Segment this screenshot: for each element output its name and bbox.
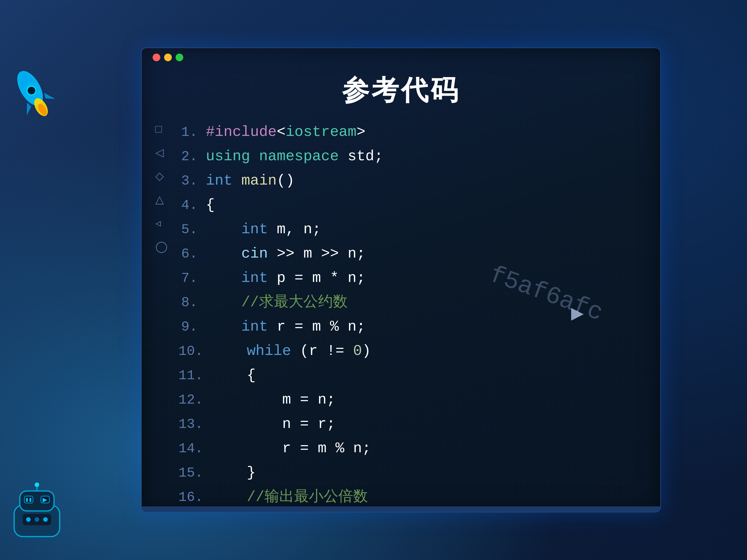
- line-number-7: 7.: [179, 266, 206, 290]
- code-line-5: 5. int m, n;: [179, 217, 647, 242]
- traffic-lights: [153, 54, 183, 61]
- mouse-cursor: ▶: [571, 303, 584, 322]
- code-text-4: {: [206, 193, 215, 217]
- nav-icon[interactable]: ◇: [155, 169, 168, 182]
- minimize-button[interactable]: [164, 54, 172, 61]
- extensions-icon[interactable]: △: [155, 193, 168, 206]
- line-number-15: 15.: [179, 461, 211, 485]
- code-line-4: 4. {: [179, 193, 647, 217]
- main-window: 参考代码 □ ◁ ◇ △ ◃ ◯ 1. #include<iostream> 2…: [141, 48, 661, 512]
- code-text-7: int p = m * n;: [206, 266, 365, 290]
- code-text-9: int r = m % n;: [206, 315, 365, 339]
- code-text-2: using namespace std;: [206, 144, 383, 168]
- svg-point-16: [43, 517, 48, 522]
- code-line-13: 13. n = r;: [179, 412, 647, 436]
- line-number-11: 11.: [179, 364, 211, 388]
- maximize-button[interactable]: [176, 54, 183, 61]
- code-line-15: 15. }: [179, 461, 647, 485]
- line-number-14: 14.: [179, 437, 211, 461]
- code-line-12: 12. m = n;: [179, 388, 647, 412]
- code-text-14: r = m % n;: [211, 436, 371, 460]
- line-number-12: 12.: [179, 388, 211, 412]
- line-number-2: 2.: [179, 145, 206, 169]
- line-number-8: 8.: [179, 291, 206, 315]
- svg-rect-11: [29, 498, 31, 502]
- code-text-6: cin >> m >> n;: [206, 242, 365, 266]
- code-text-16: //输出最小公倍数: [211, 485, 368, 509]
- code-line-6: 6. cin >> m >> n;: [179, 242, 647, 266]
- line-number-5: 5.: [179, 218, 206, 242]
- code-text-12: m = n;: [211, 388, 336, 412]
- code-text-11: {: [211, 364, 256, 388]
- close-button[interactable]: [153, 54, 160, 61]
- code-text-8: //求最大公约数: [206, 290, 347, 315]
- svg-rect-10: [26, 498, 28, 502]
- code-text-3: int main(): [206, 169, 294, 193]
- code-text-5: int m, n;: [206, 217, 321, 241]
- rocket-icon: [5, 55, 60, 132]
- page-title: 参考代码: [142, 67, 660, 117]
- line-number-3: 3.: [179, 169, 206, 193]
- code-line-16: 16. //输出最小公倍数: [179, 485, 647, 509]
- svg-rect-8: [24, 496, 33, 503]
- code-line-7: 7. int p = m * n;: [179, 266, 647, 290]
- line-number-4: 4.: [179, 193, 206, 217]
- bookmark-icon[interactable]: ◃: [155, 217, 168, 229]
- explorer-icon[interactable]: □: [155, 123, 168, 135]
- sidebar: □ ◁ ◇ △ ◃ ◯: [150, 117, 173, 505]
- code-text-15: }: [211, 461, 256, 485]
- svg-point-15: [35, 517, 40, 522]
- code-line-2: 2. using namespace std;: [179, 144, 647, 169]
- code-line-14: 14. r = m % n;: [179, 436, 647, 461]
- code-line-11: 11. {: [179, 364, 647, 388]
- code-text-1: #include<iostream>: [206, 120, 365, 144]
- search-icon[interactable]: ◁: [155, 146, 168, 159]
- debug-icon[interactable]: ◯: [155, 240, 168, 252]
- svg-point-14: [26, 517, 31, 522]
- line-number-10: 10.: [179, 339, 211, 364]
- line-number-13: 13.: [179, 412, 211, 436]
- code-text-10: while (r != 0): [211, 339, 371, 363]
- code-line-10: 10. while (r != 0): [179, 339, 647, 364]
- line-number-9: 9.: [179, 315, 206, 339]
- svg-point-7: [35, 482, 40, 487]
- line-number-1: 1.: [179, 120, 206, 144]
- line-number-6: 6.: [179, 242, 206, 266]
- code-line-1: 1. #include<iostream>: [179, 120, 647, 144]
- title-bar: [142, 48, 660, 67]
- robot-icon: [3, 482, 71, 546]
- bottom-scrollbar[interactable]: [142, 506, 660, 512]
- line-number-16: 16.: [179, 485, 211, 509]
- code-text-13: n = r;: [211, 412, 336, 436]
- code-line-3: 3. int main(): [179, 169, 647, 193]
